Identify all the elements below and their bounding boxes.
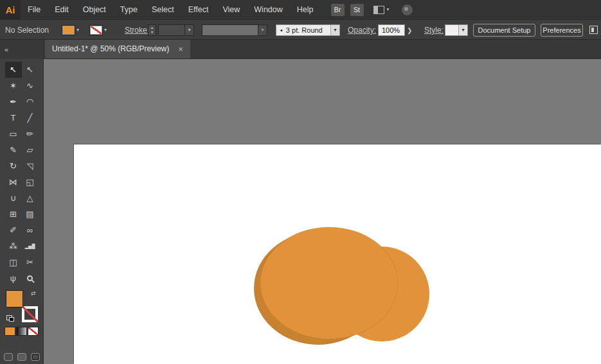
menu-item-view[interactable]: View: [215, 0, 247, 19]
bridge-button[interactable]: Br: [331, 4, 345, 16]
slice-tool[interactable]: ✂: [22, 254, 39, 270]
touch-workspace-icon[interactable]: [402, 4, 413, 15]
panel-dock-icon[interactable]: [589, 26, 598, 34]
menu-item-window[interactable]: Window: [247, 0, 289, 19]
stroke-panel-link[interactable]: Stroke:: [125, 20, 149, 40]
brush-definition-dropdown[interactable]: • 3 pt. Round ▾: [276, 24, 340, 36]
graphic-style-dropdown[interactable]: ▾: [445, 24, 468, 36]
mesh-tool[interactable]: ⊞: [5, 206, 22, 222]
rectangle-tool[interactable]: ▭: [5, 126, 22, 142]
curvature-tool[interactable]: ◠: [22, 94, 39, 110]
tools-panel-header: «: [0, 40, 44, 59]
rotate-tool[interactable]: ↻: [5, 158, 22, 174]
brush-bullet-icon: •: [280, 26, 283, 34]
chevron-down-icon[interactable]: ▾: [76, 28, 79, 33]
selection-tool[interactable]: ↖: [5, 62, 22, 78]
shape-ellipse-main[interactable]: [260, 227, 398, 339]
zoom-tool[interactable]: [22, 270, 39, 286]
pen-tool[interactable]: ✒: [5, 94, 22, 110]
document-tab[interactable]: Untitled-1* @ 50% (RGB/Preview) ×: [45, 39, 190, 58]
stroke-color-swatch[interactable]: [90, 26, 102, 35]
scale-tool[interactable]: ◹: [22, 158, 39, 174]
none-button[interactable]: [28, 327, 39, 336]
stroke-swatch-indicator[interactable]: [22, 306, 38, 322]
menu-bar-right-icons: Br St ▾: [331, 4, 413, 16]
direct-selection-tool[interactable]: ↖: [22, 62, 39, 78]
blend-tool[interactable]: ∞: [22, 222, 39, 238]
eyedropper-tool[interactable]: ✐: [5, 222, 22, 238]
fill-color-control[interactable]: ▾: [62, 20, 79, 40]
menu-item-effect[interactable]: Effect: [181, 0, 216, 19]
rectangle-tool-icon: ▭: [9, 130, 17, 138]
pencil-tool[interactable]: ✎: [5, 142, 22, 158]
eraser-tool-icon: ▱: [27, 146, 33, 154]
collapse-panel-icon[interactable]: «: [4, 46, 8, 53]
draw-inside-button[interactable]: [31, 353, 40, 361]
chevron-down-icon[interactable]: ▾: [104, 28, 107, 33]
stroke-label[interactable]: Stroke:: [125, 26, 149, 35]
stock-button[interactable]: St: [350, 4, 364, 16]
opacity-input[interactable]: 100%: [378, 24, 405, 36]
eraser-tool[interactable]: ▱: [22, 142, 39, 158]
fill-color-swatch[interactable]: [62, 26, 75, 35]
eyedropper-tool-icon: ✐: [10, 226, 17, 234]
opacity-slider-arrow[interactable]: ❯: [407, 20, 412, 40]
menu-item-help[interactable]: Help: [290, 0, 321, 19]
gradient-button[interactable]: [16, 327, 27, 336]
style-dropdown-button[interactable]: ▾: [458, 25, 467, 35]
stepper-up-icon[interactable]: ▴: [151, 26, 153, 30]
magic-wand-tool[interactable]: ✶: [5, 78, 22, 94]
canvas-area[interactable]: [44, 59, 601, 364]
swap-fill-stroke-icon[interactable]: ⇄: [31, 290, 36, 297]
preferences-button[interactable]: Preferences: [541, 24, 583, 37]
stroke-weight-dropdown[interactable]: ▾: [158, 24, 194, 36]
gradient-tool[interactable]: ▤: [22, 206, 39, 222]
menu-item-select[interactable]: Select: [145, 0, 181, 19]
default-fill-stroke-icon[interactable]: [6, 315, 14, 322]
column-graph-tool[interactable]: ▂▅█: [22, 238, 39, 254]
free-transform-tool-icon: ◱: [26, 178, 33, 186]
close-icon[interactable]: ×: [178, 45, 183, 53]
stroke-color-control[interactable]: ▾: [90, 20, 107, 40]
stroke-weight-stepper[interactable]: ▴ ▾: [148, 24, 156, 36]
artboard[interactable]: [74, 144, 601, 364]
paintbrush-tool-icon: ✏: [26, 130, 33, 138]
perspective-grid-tool[interactable]: △: [22, 190, 39, 206]
document-setup-button[interactable]: Document Setup: [473, 24, 535, 37]
slice-tool-icon: ✂: [26, 258, 33, 266]
style-panel-link[interactable]: Style:: [424, 20, 444, 40]
menu-item-type[interactable]: Type: [113, 0, 145, 19]
symbol-sprayer-tool-icon: ⁂: [9, 242, 17, 250]
variable-width-profile-dropdown[interactable]: ▾: [202, 24, 267, 36]
width-tool[interactable]: ⋈: [5, 174, 22, 190]
shape-builder-tool[interactable]: ∪: [5, 190, 22, 206]
brush-dropdown-button[interactable]: ▾: [330, 25, 339, 35]
style-label[interactable]: Style:: [424, 26, 444, 35]
color-button[interactable]: [4, 327, 15, 336]
artboard-tool[interactable]: ◫: [5, 254, 22, 270]
chevron-down-icon: ▾: [462, 28, 464, 33]
hand-tool-icon: ψ: [10, 274, 16, 282]
menu-item-object[interactable]: Object: [76, 0, 113, 19]
fill-swatch-indicator[interactable]: [6, 290, 23, 308]
stepper-down-icon[interactable]: ▾: [151, 30, 153, 35]
line-segment-tool[interactable]: ╱: [22, 110, 39, 126]
free-transform-tool[interactable]: ◱: [22, 174, 39, 190]
type-tool[interactable]: T: [5, 110, 22, 126]
menu-item-edit[interactable]: Edit: [48, 0, 76, 19]
opacity-label[interactable]: Opacity:: [348, 26, 376, 35]
draw-normal-button[interactable]: [4, 353, 13, 361]
symbol-sprayer-tool[interactable]: ⁂: [5, 238, 22, 254]
width-profile-dropdown-button[interactable]: ▾: [258, 25, 267, 35]
tools-panel: ↖↖✶∿✒◠T╱▭✏✎▱↻◹⋈◱∪△⊞▤✐∞⁂▂▅█◫✂ψ ⇄: [0, 59, 44, 364]
draw-modes-row: [0, 353, 44, 361]
opacity-panel-link[interactable]: Opacity:: [348, 20, 376, 40]
lasso-tool[interactable]: ∿: [22, 78, 39, 94]
menu-item-file[interactable]: File: [21, 0, 48, 19]
hand-tool[interactable]: ψ: [5, 270, 22, 286]
workspace-switcher[interactable]: ▾: [373, 6, 390, 14]
tools-grid: ↖↖✶∿✒◠T╱▭✏✎▱↻◹⋈◱∪△⊞▤✐∞⁂▂▅█◫✂ψ: [0, 62, 43, 286]
draw-behind-button[interactable]: [17, 353, 26, 361]
paintbrush-tool[interactable]: ✏: [22, 126, 39, 142]
stroke-weight-dropdown-button[interactable]: ▾: [184, 25, 193, 35]
